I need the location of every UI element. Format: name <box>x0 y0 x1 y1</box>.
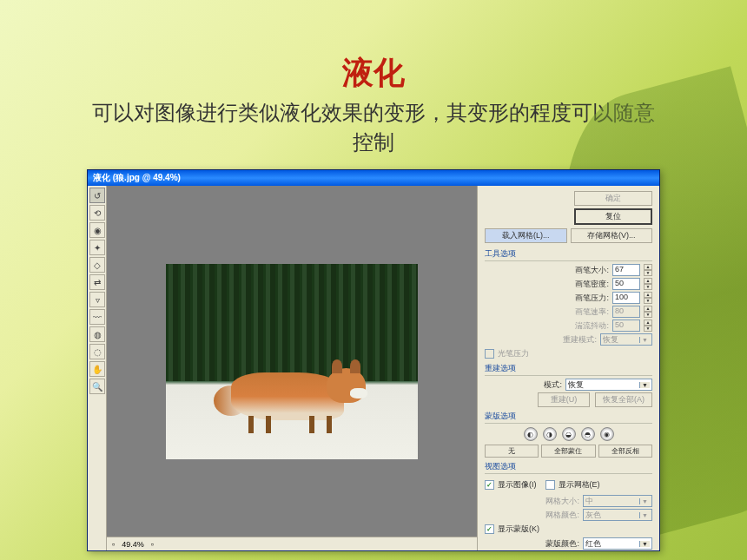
push-left-tool[interactable]: ⇄ <box>89 274 105 290</box>
fox-muzzle <box>350 388 367 399</box>
canvas-viewport[interactable] <box>107 186 477 537</box>
mask-invert-icon[interactable]: ◉ <box>600 427 614 441</box>
reconstruct-mode-label: 重建模式: <box>563 334 597 346</box>
image-fox <box>214 346 370 433</box>
reconstruct-button[interactable]: 重建(U) <box>538 392 590 407</box>
freeze-mask-tool[interactable]: ◍ <box>89 326 105 342</box>
dialog-titlebar[interactable]: 液化 (狼.jpg @ 49.4%) <box>88 170 659 186</box>
thaw-mask-tool[interactable]: ◌ <box>89 344 105 359</box>
canvas-status-bar: ▫ 49.4% ▫ <box>107 537 477 550</box>
brush-pressure-spinner[interactable]: ▲▼ <box>644 292 652 304</box>
turbulent-jitter-spinner: ▲▼ <box>644 320 652 332</box>
mask-options-header: 蒙版选项 <box>485 411 652 424</box>
twirl-cw-tool[interactable]: ◉ <box>89 222 105 238</box>
bloat-tool[interactable]: ◇ <box>89 257 105 273</box>
mirror-tool[interactable]: ▿ <box>89 292 105 307</box>
brush-pressure-input[interactable]: 100 <box>612 292 640 304</box>
fox-leg <box>248 416 254 433</box>
fox-ear <box>350 359 360 373</box>
mask-subtract-icon[interactable]: ◒ <box>562 427 576 441</box>
dialog-title: 液化 (狼.jpg @ 49.4%) <box>93 172 181 184</box>
zoom-tool[interactable]: 🔍 <box>89 379 105 394</box>
mask-replace-icon[interactable]: ◐ <box>524 427 538 441</box>
load-mesh-button[interactable]: 载入网格(L)... <box>485 228 567 243</box>
reconstruct-mode-dropdown: 恢复▼ <box>600 333 652 346</box>
hand-tool[interactable]: ✋ <box>89 361 105 377</box>
turbulent-jitter-label: 湍流抖动: <box>575 320 609 332</box>
mode-label: 模式: <box>544 379 562 391</box>
mesh-color-label: 网格颜色: <box>545 510 579 521</box>
show-mask-checkbox[interactable]: ✓ <box>485 524 494 534</box>
show-mesh-checkbox[interactable] <box>545 480 555 490</box>
brush-density-label: 画笔密度: <box>575 279 609 290</box>
image-preview <box>166 264 418 459</box>
mask-none-button[interactable]: 无 <box>485 445 539 458</box>
zoom-out-icon[interactable]: ▫ <box>112 540 115 549</box>
fox-leg <box>266 416 271 433</box>
brush-pressure-label: 画笔压力: <box>575 293 609 304</box>
stylus-pressure-label: 光笔压力 <box>498 348 529 359</box>
reconstruct-tool[interactable]: ⟲ <box>89 205 105 221</box>
mesh-color-dropdown: 灰色▼ <box>583 509 652 521</box>
show-mesh-label: 显示网格(E) <box>559 479 600 491</box>
slide-title: 液化 <box>0 0 747 95</box>
brush-rate-spinner: ▲▼ <box>644 306 652 318</box>
brush-size-spinner[interactable]: ▲▼ <box>644 264 652 276</box>
mask-add-icon[interactable]: ◑ <box>543 427 557 441</box>
brush-size-label: 画笔大小: <box>575 265 609 276</box>
show-mask-label: 显示蒙版(K) <box>498 524 539 535</box>
save-mesh-button[interactable]: 存储网格(V)... <box>571 228 653 243</box>
brush-rate-input: 80 <box>612 306 640 318</box>
brush-density-input[interactable]: 50 <box>612 278 640 290</box>
liquify-toolbar: ↺ ⟲ ◉ ✦ ◇ ⇄ ▿ 〰 ◍ ◌ ✋ 🔍 <box>88 186 107 550</box>
reconstruct-mode-select[interactable]: 恢复▼ <box>565 379 652 391</box>
ok-button[interactable]: 确定 <box>574 191 652 206</box>
show-image-checkbox[interactable]: ✓ <box>485 480 494 490</box>
mesh-size-dropdown: 中▼ <box>583 495 652 507</box>
brush-size-input[interactable]: 67 <box>612 264 640 276</box>
stylus-pressure-checkbox <box>485 349 494 359</box>
liquify-dialog: 液化 (狼.jpg @ 49.4%) ↺ ⟲ ◉ ✦ ◇ ⇄ ▿ 〰 ◍ ◌ ✋… <box>87 169 660 551</box>
fox-leg <box>309 416 314 433</box>
fox-leg <box>327 416 332 433</box>
tool-options-header: 工具选项 <box>485 248 652 261</box>
turbulent-jitter-input: 50 <box>612 320 640 332</box>
invert-all-button[interactable]: 全部反相 <box>598 445 652 458</box>
mesh-size-label: 网格大小: <box>545 496 579 507</box>
mask-color-dropdown[interactable]: 红色▼ <box>583 537 652 550</box>
show-image-label: 显示图像(I) <box>498 479 537 491</box>
forward-warp-tool[interactable]: ↺ <box>89 188 105 203</box>
fox-ear <box>332 359 342 373</box>
options-panel: 确定 复位 载入网格(L)... 存储网格(V)... 工具选项 画笔大小: 6… <box>477 186 659 550</box>
reset-button[interactable]: 复位 <box>574 208 652 225</box>
zoom-level: 49.4% <box>122 540 144 549</box>
mask-intersect-icon[interactable]: ◓ <box>581 427 595 441</box>
brush-density-spinner[interactable]: ▲▼ <box>644 278 652 290</box>
turbulence-tool[interactable]: 〰 <box>89 309 105 325</box>
mask-all-button[interactable]: 全部蒙住 <box>541 445 595 458</box>
zoom-in-icon[interactable]: ▫ <box>151 540 154 549</box>
mask-color-label: 蒙版颜色: <box>545 538 579 550</box>
pucker-tool[interactable]: ✦ <box>89 240 105 255</box>
view-options-header: 视图选项 <box>485 461 652 474</box>
brush-rate-label: 画笔速率: <box>575 306 609 318</box>
reconstruct-options-header: 重建选项 <box>485 363 652 376</box>
dialog-body: ↺ ⟲ ◉ ✦ ◇ ⇄ ▿ 〰 ◍ ◌ ✋ 🔍 <box>88 186 659 550</box>
fox-head <box>327 368 366 403</box>
restore-all-button[interactable]: 恢复全部(A) <box>595 392 652 407</box>
canvas-area: ▫ 49.4% ▫ <box>107 186 477 550</box>
